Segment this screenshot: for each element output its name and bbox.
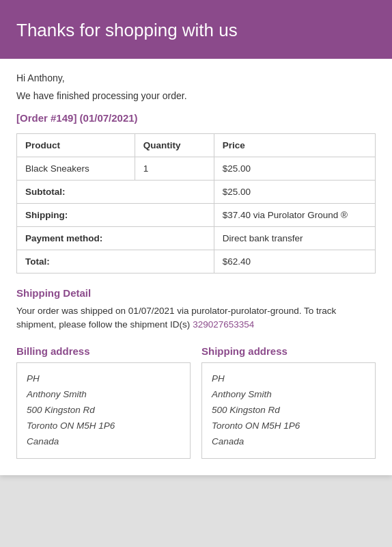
header-title: Thanks for shopping with us [16,19,376,42]
shipping-line1: PH [212,371,365,387]
shipping-line2: Anthony Smith [212,387,365,403]
subtotal-row: Subtotal: $25.00 [17,180,376,203]
shipping-detail-title: Shipping Detail [16,287,376,299]
shipping-line5: Canada [212,434,365,450]
col-quantity: Quantity [135,133,214,157]
shipping-row: Shipping: $37.40 via Purolator Ground ® [17,203,376,226]
product-name: Black Sneakers [17,157,135,180]
payment-row: Payment method: Direct bank transfer [17,226,376,250]
billing-address-box: PH Anthony Smith 500 Kingston Rd Toronto… [16,362,191,459]
billing-address-block: Billing address PH Anthony Smith 500 Kin… [16,345,191,459]
product-quantity: 1 [135,157,214,180]
billing-line3: 500 Kingston Rd [27,403,180,418]
product-price: $25.00 [214,157,375,180]
email-header: Thanks for shopping with us [0,0,392,59]
shipping-label: Shipping: [17,203,214,226]
shipping-line3: 500 Kingston Rd [212,403,365,418]
total-value: $62.40 [214,250,375,273]
order-table: Product Quantity Price Black Sneakers 1 … [16,133,376,274]
shipping-line4: Toronto ON M5H 1P6 [212,418,365,434]
shipping-detail-text: Your order was shipped on 01/07/2021 via… [16,304,376,332]
total-label: Total: [17,250,214,273]
intro-text: We have finished processing your order. [16,90,376,101]
billing-line1: PH [27,371,180,387]
addresses-row: Billing address PH Anthony Smith 500 Kin… [16,345,376,459]
shipping-address-block: Shipping address PH Anthony Smith 500 Ki… [201,345,376,459]
shipping-address-box: PH Anthony Smith 500 Kingston Rd Toronto… [201,362,376,459]
email-body: Hi Anthony, We have finished processing … [0,59,392,475]
billing-line2: Anthony Smith [27,387,180,403]
subtotal-label: Subtotal: [17,180,214,203]
billing-line4: Toronto ON M5H 1P6 [27,418,180,434]
subtotal-value: $25.00 [214,180,375,203]
shipping-value: $37.40 via Purolator Ground ® [214,203,375,226]
email-container: Thanks for shopping with us Hi Anthony, … [0,0,392,475]
total-row: Total: $62.40 [17,250,376,273]
billing-address-title: Billing address [16,345,191,357]
col-product: Product [17,133,135,157]
table-header-row: Product Quantity Price [17,133,376,157]
order-link[interactable]: [Order #149] (01/07/2021) [16,112,376,124]
col-price: Price [214,133,375,157]
shipping-address-title: Shipping address [201,345,376,357]
payment-value: Direct bank transfer [214,226,375,250]
payment-label: Payment method: [17,226,214,250]
billing-line5: Canada [27,434,180,450]
table-row: Black Sneakers 1 $25.00 [17,157,376,180]
shipping-detail-before-link: Your order was shipped on 01/07/2021 via… [16,306,336,330]
tracking-link[interactable]: 329027653354 [193,319,254,330]
greeting-text: Hi Anthony, [16,72,376,83]
